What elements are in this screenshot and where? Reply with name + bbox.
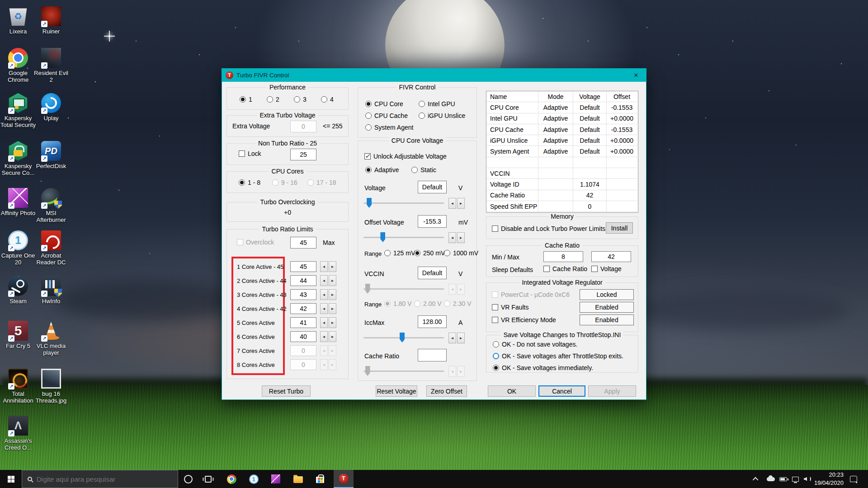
spin-right-icon[interactable]: ►	[457, 232, 465, 243]
tray-battery[interactable]	[779, 470, 787, 488]
start-button[interactable]	[0, 470, 22, 488]
radio-performance-1[interactable]: 1	[240, 96, 252, 103]
desktop-icon-resident-evil-2[interactable]: ↗ Resident Evil 2	[33, 47, 69, 84]
tray-action-center[interactable]	[850, 470, 857, 488]
radio-range-1000mv[interactable]: 1000 mV	[444, 249, 478, 257]
tray-volume[interactable]	[804, 470, 811, 488]
core-row-input[interactable]: 45	[290, 261, 316, 272]
cache-ratio-min-input[interactable]: 8	[543, 251, 583, 262]
desktop-icon-kaspersky-total-security[interactable]: ↗ Kaspersky Total Security	[0, 92, 36, 129]
taskbar-item-microsoft-store[interactable]	[310, 470, 330, 488]
spin-right-icon[interactable]: ►	[457, 333, 465, 343]
iccmax-value-box[interactable]: 128.00	[418, 315, 447, 328]
taskbar-search[interactable]	[22, 470, 178, 488]
vr-efficiency-status-box[interactable]: Enabled	[580, 314, 634, 325]
cache-ratio-max-input[interactable]: 42	[591, 251, 631, 262]
vr-efficiency-mode-checkbox[interactable]: VR Efficiency Mode	[492, 316, 556, 324]
spin-right-icon[interactable]: ►	[457, 198, 465, 209]
spin-left-icon[interactable]: ◄	[448, 198, 456, 209]
radio-cpu-cache[interactable]: CPU Cache	[365, 112, 408, 119]
desktop-icon-assassins-creed[interactable]: Λ↗ Assassin's Creed O...	[0, 415, 36, 451]
desktop-icon-perfectdisk[interactable]: PD↗ PerfectDisk	[33, 140, 69, 169]
voltage-value-box[interactable]: Default	[418, 181, 447, 193]
desktop-icon-ruiner[interactable]: ↗ Ruiner	[33, 5, 69, 35]
spin-right-icon[interactable]: ►	[329, 331, 336, 342]
desktop-icon-google-chrome[interactable]: ↗ Google Chrome	[0, 47, 36, 84]
sleep-voltage-checkbox[interactable]: Voltage	[591, 265, 622, 272]
spin-left-icon[interactable]: ◄	[448, 333, 456, 343]
desktop-icon-total-annihilation[interactable]: ↗ Total Annihilation	[0, 368, 36, 404]
radio-do-not-save[interactable]: OK - Do not save voltages.	[493, 341, 577, 348]
taskbar-item-throttlestop[interactable]: T	[334, 470, 354, 488]
offset-voltage-value-box[interactable]: -155.3	[418, 215, 447, 228]
radio-cpu-core[interactable]: CPU Core	[365, 100, 403, 108]
offset-voltage-slider[interactable]	[363, 232, 444, 242]
desktop-icon-vlc[interactable]: ↗ VLC media player	[33, 320, 69, 357]
core-row-input[interactable]: 42	[290, 303, 316, 314]
desktop-icon-kaspersky-secure-connection[interactable]: ↗ Kaspersky Secure Co...	[0, 140, 36, 177]
radio-range-125mv[interactable]: 125 mV	[384, 249, 415, 257]
sleep-cache-ratio-checkbox[interactable]: Cache Ratio	[543, 265, 587, 272]
vr-faults-checkbox[interactable]: VR Faults	[492, 304, 528, 311]
desktop-icon-lixeira[interactable]: ♻ Lixeira	[0, 5, 36, 35]
spin-left-icon[interactable]: ◄	[320, 275, 328, 286]
taskbar-item-cortana[interactable]	[178, 470, 198, 488]
taskbar-item-chrome[interactable]	[222, 470, 241, 488]
desktop-icon-bug16-image[interactable]: bug 16 Threads.jpg	[33, 368, 69, 404]
disable-lock-turbo-power-limits-checkbox[interactable]: Disable and Lock Turbo Power Limits	[492, 225, 605, 232]
non-turbo-ratio-input[interactable]: 25	[290, 149, 316, 160]
taskbar-item-affinity-photo[interactable]	[266, 470, 286, 488]
vr-faults-status-box[interactable]: Enabled	[580, 302, 634, 313]
radio-intel-gpu[interactable]: Intel GPU	[419, 100, 455, 108]
radio-adaptive[interactable]: Adaptive	[365, 166, 399, 174]
voltage-slider[interactable]	[363, 198, 444, 208]
core-row-input[interactable]: 41	[290, 317, 316, 328]
spin-right-icon[interactable]: ►	[329, 261, 336, 272]
desktop-icon-affinity-photo[interactable]: ↗ Affinity Photo	[0, 187, 36, 216]
taskbar-item-task-view[interactable]	[198, 470, 218, 488]
reset-voltage-button[interactable]: Reset Voltage	[376, 385, 417, 397]
taskbar-item-capture-one[interactable]: 1	[244, 470, 264, 488]
cancel-button[interactable]: Cancel	[538, 385, 585, 397]
tray-network[interactable]	[792, 470, 799, 488]
core-row-input[interactable]: 43	[290, 289, 316, 300]
close-icon[interactable]: ✕	[626, 69, 646, 82]
desktop-icon-hwinfo[interactable]: ↗ HwInfo	[33, 275, 69, 305]
spin-left-icon[interactable]: ◄	[448, 232, 456, 243]
cache-ratio-value-box[interactable]	[418, 349, 447, 361]
tray-onedrive[interactable]	[767, 470, 775, 488]
taskbar-item-file-explorer[interactable]	[288, 470, 308, 488]
spin-left-icon[interactable]: ◄	[320, 261, 328, 272]
search-input[interactable]	[37, 475, 163, 483]
lock-checkbox[interactable]: Lock	[239, 150, 261, 157]
radio-static[interactable]: Static	[411, 166, 436, 174]
radio-system-agent[interactable]: System Agent	[365, 124, 413, 131]
spin-right-icon[interactable]: ►	[329, 303, 336, 314]
spin-left-icon[interactable]: ◄	[320, 289, 328, 300]
radio-range-250mv[interactable]: 250 mV	[414, 249, 445, 257]
title-bar[interactable]: T Turbo FIVR Control ✕	[222, 69, 646, 82]
unlock-adjustable-voltage-checkbox[interactable]: Unlock Adjustable Voltage	[364, 153, 447, 160]
radio-igpu-unslice[interactable]: iGPU Unslice	[419, 112, 465, 119]
reset-turbo-button[interactable]: Reset Turbo	[262, 385, 311, 397]
tray-chevron-up[interactable]	[754, 470, 758, 488]
turbo-max-input[interactable]: 45	[290, 237, 316, 249]
spin-right-icon[interactable]: ►	[329, 275, 336, 286]
desktop-icon-uplay[interactable]: ↗ Uplay	[33, 92, 69, 122]
powercut-status-box[interactable]: Locked	[580, 289, 634, 300]
core-row-input[interactable]: 40	[290, 331, 316, 342]
desktop-icon-msi-afterburner[interactable]: ↗ MSI Afterburner	[33, 187, 69, 224]
spin-right-icon[interactable]: ►	[329, 289, 336, 300]
extra-voltage-input[interactable]: 0	[290, 121, 316, 132]
radio-performance-3[interactable]: 3	[294, 96, 307, 103]
install-button[interactable]: Install	[606, 222, 633, 234]
radio-save-after-exit[interactable]: OK - Save voltages after ThrottleStop ex…	[493, 352, 623, 360]
desktop-icon-acrobat-reader[interactable]: ↗ Acrobat Reader DC	[33, 230, 69, 266]
iccmax-slider[interactable]	[363, 333, 444, 343]
spin-left-icon[interactable]: ◄	[320, 303, 328, 314]
spin-left-icon[interactable]: ◄	[320, 331, 328, 342]
radio-performance-4[interactable]: 4	[321, 96, 334, 103]
desktop-icon-steam[interactable]: ↗ Steam	[0, 275, 36, 305]
spin-left-icon[interactable]: ◄	[320, 317, 328, 328]
vccin-value-box[interactable]: Default	[418, 267, 447, 279]
